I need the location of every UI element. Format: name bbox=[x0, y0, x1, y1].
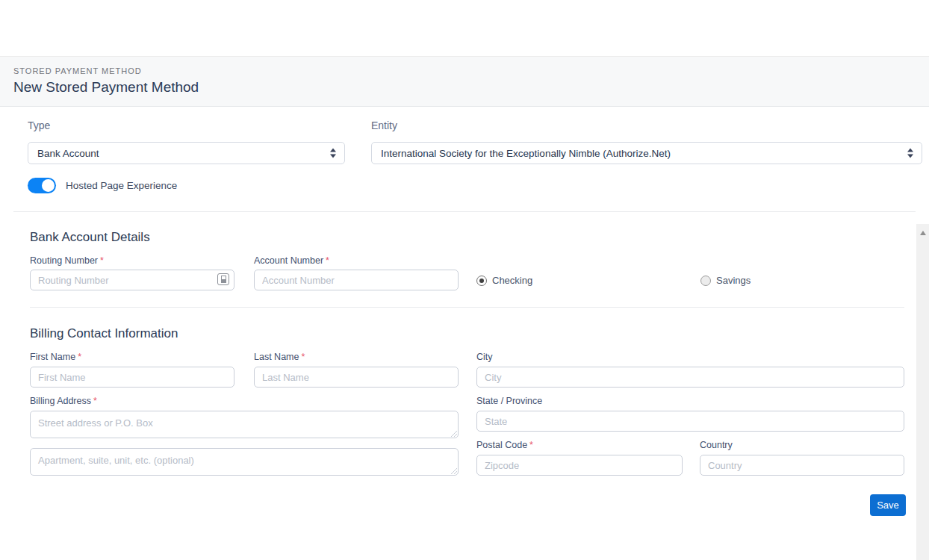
first-name-label: First Name* bbox=[30, 352, 81, 362]
select-stepper-icon bbox=[907, 149, 913, 158]
arrow-up-icon bbox=[330, 149, 336, 152]
account-number-input[interactable] bbox=[254, 270, 459, 290]
hosted-page-toggle-row: Hosted Page Experience bbox=[28, 178, 177, 193]
vertical-scrollbar[interactable] bbox=[916, 224, 929, 560]
required-marker: * bbox=[93, 396, 97, 406]
country-label: Country bbox=[700, 440, 733, 450]
postal-code-label: Postal Code* bbox=[476, 440, 533, 450]
radio-button-icon[interactable] bbox=[700, 276, 711, 286]
radio-checking[interactable]: Checking bbox=[476, 275, 532, 286]
required-marker: * bbox=[529, 440, 533, 450]
first-name-input[interactable] bbox=[30, 367, 234, 388]
save-button[interactable]: Save bbox=[870, 494, 906, 516]
routing-number-wrap bbox=[30, 270, 234, 290]
type-select[interactable]: Bank Account bbox=[28, 142, 345, 164]
toggle-knob bbox=[42, 179, 55, 192]
address-line2-textarea[interactable] bbox=[30, 448, 459, 476]
state-input[interactable] bbox=[476, 411, 904, 432]
entity-select-value: International Society for the Exceptiona… bbox=[381, 148, 671, 159]
required-marker: * bbox=[301, 352, 305, 362]
hosted-page-toggle-label: Hosted Page Experience bbox=[66, 180, 177, 191]
arrow-up-icon bbox=[907, 149, 913, 152]
country-input[interactable] bbox=[700, 455, 904, 476]
type-field-group: Type Bank Account bbox=[28, 119, 345, 164]
arrow-down-icon bbox=[907, 155, 913, 158]
street-address-textarea[interactable] bbox=[30, 411, 459, 438]
required-marker: * bbox=[326, 255, 329, 266]
radio-savings[interactable]: Savings bbox=[700, 275, 751, 286]
address-line2-wrap bbox=[30, 448, 459, 476]
last-name-input[interactable] bbox=[254, 367, 459, 388]
section-divider bbox=[13, 211, 916, 212]
routing-number-label: Routing Number* bbox=[30, 255, 104, 266]
radio-savings-label: Savings bbox=[716, 275, 751, 286]
routing-number-input[interactable] bbox=[30, 270, 234, 290]
last-name-label: Last Name* bbox=[254, 352, 305, 362]
autofill-icon[interactable] bbox=[217, 273, 229, 285]
city-input[interactable] bbox=[476, 367, 904, 388]
required-marker: * bbox=[100, 255, 104, 266]
billing-section-title: Billing Contact Information bbox=[30, 326, 178, 341]
scroll-up-icon[interactable] bbox=[920, 231, 926, 235]
type-label: Type bbox=[28, 119, 345, 131]
type-select-value: Bank Account bbox=[37, 148, 99, 159]
hosted-page-toggle[interactable] bbox=[28, 178, 56, 193]
state-label: State / Province bbox=[476, 396, 542, 406]
radio-checking-label: Checking bbox=[492, 275, 532, 286]
section-divider bbox=[30, 307, 904, 308]
city-label: City bbox=[476, 352, 493, 362]
bank-section-title: Bank Account Details bbox=[30, 230, 150, 245]
object-type-label: STORED PAYMENT METHOD bbox=[13, 66, 929, 75]
entity-label: Entity bbox=[371, 119, 922, 131]
account-number-label: Account Number* bbox=[254, 255, 329, 266]
radio-button-icon[interactable] bbox=[476, 276, 487, 286]
required-marker: * bbox=[78, 352, 81, 362]
page-header: STORED PAYMENT METHOD New Stored Payment… bbox=[0, 56, 929, 107]
select-stepper-icon bbox=[330, 149, 336, 158]
postal-code-input[interactable] bbox=[476, 455, 683, 476]
billing-address-label: Billing Address* bbox=[30, 396, 97, 406]
arrow-down-icon bbox=[330, 155, 336, 158]
page-title: New Stored Payment Method bbox=[13, 79, 929, 96]
street-address-wrap bbox=[30, 411, 459, 438]
entity-field-group: Entity International Society for the Exc… bbox=[371, 119, 922, 164]
entity-select[interactable]: International Society for the Exceptiona… bbox=[371, 142, 922, 164]
